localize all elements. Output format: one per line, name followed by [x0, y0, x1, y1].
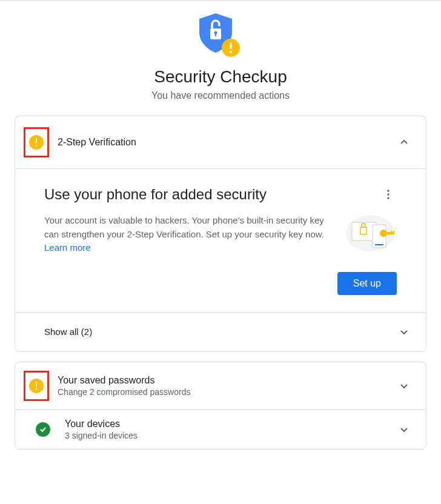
devices-subtitle: 3 signed-in devices — [65, 431, 397, 440]
two-step-header[interactable]: 2-Step Verification — [15, 116, 426, 168]
highlight-box — [24, 371, 49, 401]
svg-rect-19 — [393, 231, 394, 233]
svg-rect-2 — [215, 33, 216, 36]
panel-description: Your account is valuable to hackers. You… — [44, 214, 331, 255]
svg-rect-6 — [36, 138, 37, 143]
svg-rect-4 — [230, 42, 232, 49]
chevron-down-icon — [397, 379, 411, 393]
svg-rect-18 — [391, 231, 392, 233]
phone-security-illustration — [343, 214, 397, 253]
chevron-down-icon — [397, 422, 411, 437]
learn-more-link[interactable]: Learn more — [44, 242, 91, 253]
more-options-icon[interactable] — [380, 186, 397, 205]
svg-point-21 — [36, 388, 38, 390]
svg-point-10 — [387, 197, 389, 199]
panel-title: Use your phone for added security — [44, 186, 267, 203]
your-devices-header[interactable]: Your devices 3 signed-in devices — [15, 409, 426, 449]
two-step-panel: Use your phone for added security Your a… — [15, 168, 426, 312]
hero-section: Security Checkup You have recommended ac… — [0, 1, 441, 116]
svg-rect-20 — [36, 382, 37, 386]
chevron-up-icon — [397, 135, 411, 150]
chevron-down-icon — [397, 325, 411, 339]
svg-point-5 — [230, 51, 232, 53]
show-all-row[interactable]: Show all (2) — [15, 312, 426, 351]
saved-passwords-header[interactable]: Your saved passwords Change 2 compromise… — [15, 362, 426, 409]
devices-title: Your devices — [65, 419, 397, 429]
other-sections-card: Your saved passwords Change 2 compromise… — [15, 362, 426, 449]
warning-icon — [29, 135, 44, 150]
svg-rect-15 — [375, 244, 383, 245]
passwords-title: Your saved passwords — [58, 375, 397, 386]
svg-point-7 — [36, 145, 38, 147]
checkmark-icon — [36, 422, 50, 437]
show-all-label: Show all (2) — [44, 327, 92, 337]
page-subtitle: You have recommended actions — [0, 90, 441, 101]
svg-point-8 — [387, 190, 389, 191]
passwords-subtitle: Change 2 compromised passwords — [58, 387, 397, 397]
setup-button[interactable]: Set up — [337, 272, 397, 295]
svg-point-9 — [387, 193, 389, 195]
two-step-verification-card: 2-Step Verification Use your phone for a… — [15, 116, 426, 352]
highlight-box — [24, 127, 49, 158]
page-title: Security Checkup — [0, 67, 441, 87]
svg-rect-17 — [386, 232, 394, 234]
two-step-title: 2-Step Verification — [58, 137, 397, 148]
security-shield-icon — [196, 10, 245, 60]
warning-icon — [29, 379, 44, 393]
